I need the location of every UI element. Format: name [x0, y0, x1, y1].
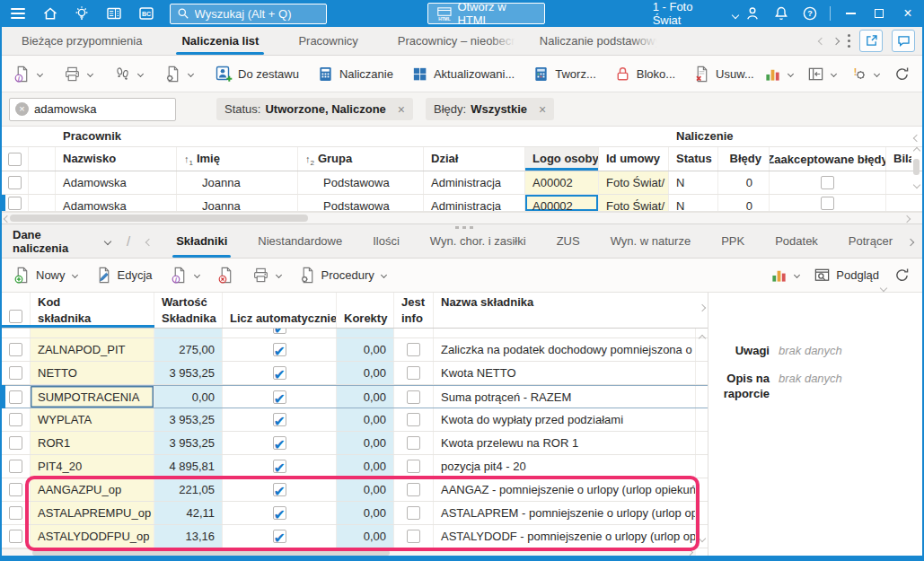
- row-checkbox[interactable]: [9, 483, 22, 496]
- row-checkbox[interactable]: [9, 460, 22, 473]
- select-all-checkbox[interactable]: [8, 153, 22, 166]
- history-button[interactable]: [110, 61, 147, 86]
- jest-info-checkbox[interactable]: [407, 343, 420, 356]
- detail-tab[interactable]: Ilości: [357, 224, 415, 258]
- jest-info-checkbox[interactable]: [407, 390, 420, 404]
- col-bilans[interactable]: Bila: [886, 147, 911, 171]
- usun-pozycje-button[interactable]: [213, 263, 239, 288]
- podglad-button[interactable]: Podgląd: [809, 263, 884, 288]
- employees-hscrollbar[interactable]: [2, 212, 922, 224]
- close-button[interactable]: ×: [893, 0, 922, 27]
- components-vscrollbar[interactable]: [696, 329, 708, 548]
- component-row[interactable]: PIT4_20 4 895,81 0,00 pozycja pit4 - 20: [2, 455, 708, 478]
- workspace-tab[interactable]: Naliczenia list: [162, 27, 278, 55]
- col-dzial[interactable]: Dział: [424, 147, 525, 171]
- refresh2-button[interactable]: [889, 263, 915, 288]
- tabs-scroll-left-icon[interactable]: [818, 37, 825, 44]
- jest-info-checkbox[interactable]: [407, 436, 420, 450]
- dane-naliczenia-menu[interactable]: Dane naliczenia: [2, 224, 119, 258]
- open-in-html-button[interactable]: HTML Otwórz w HTML: [427, 3, 545, 24]
- naliczanie-button[interactable]: Naliczanie: [312, 61, 398, 86]
- chart2-button[interactable]: [766, 263, 804, 288]
- licz-automatycznie-checkbox[interactable]: [273, 390, 286, 404]
- col-status[interactable]: Status: [669, 147, 718, 171]
- col-imie[interactable]: ↑1Imię: [177, 147, 298, 171]
- vscroll-thumb[interactable]: [913, 159, 920, 175]
- workspace-tab[interactable]: Pracownicy – nieobecności (urlopy, zas: [378, 27, 520, 55]
- nowy-button[interactable]: Nowy: [9, 263, 82, 288]
- uwagi-value[interactable]: brak danych: [779, 343, 842, 358]
- component-row[interactable]: AANGAZPU_op 221,05 0,00 AANGAZ - pomniej…: [2, 478, 708, 502]
- licz-automatycznie-checkbox[interactable]: [273, 436, 286, 450]
- row-checkbox[interactable]: [9, 436, 22, 450]
- user-button[interactable]: [738, 0, 767, 27]
- component-row[interactable]: ASTALYDODFPU_op 13,16 0,00 ASTALYDODF - …: [2, 525, 708, 548]
- col-kod-skladnika[interactable]: Kodskładnika: [31, 293, 154, 328]
- menu-button[interactable]: [2, 0, 34, 27]
- detail-tab[interactable]: Wyn. chor. i zasiłki: [415, 224, 541, 258]
- collapse-detail-icon[interactable]: [880, 285, 887, 292]
- list-search-input[interactable]: [34, 102, 160, 116]
- collapse-panel-icon[interactable]: [912, 135, 920, 142]
- help-button[interactable]: ?: [796, 0, 824, 27]
- edycja-button[interactable]: Edycja: [91, 263, 157, 288]
- row-checkbox[interactable]: [9, 530, 22, 543]
- minimize-button[interactable]: [836, 0, 865, 27]
- tworzenie-button[interactable]: Tworz...: [528, 61, 601, 86]
- component-row[interactable]: NETTO 3 953,25 0,00 Kwota NETTO: [2, 362, 708, 385]
- col-korekty[interactable]: Korekty: [337, 293, 394, 328]
- jest-info-checkbox[interactable]: [407, 413, 420, 426]
- ideas-button[interactable]: [66, 0, 98, 27]
- tabs-more-icon[interactable]: [848, 34, 850, 48]
- news-button[interactable]: [98, 0, 130, 27]
- component-row-partial[interactable]: [2, 329, 708, 338]
- refresh-button[interactable]: [889, 61, 915, 86]
- opis-value[interactable]: brak danych: [779, 371, 842, 401]
- info-button[interactable]: i: [166, 263, 204, 288]
- clear-search-icon[interactable]: ×: [15, 102, 29, 116]
- col-logo-osoby[interactable]: Logo osoby: [525, 147, 599, 171]
- employee-row[interactable]: Adamowska Joanna Podstawowa Administracj…: [2, 195, 922, 212]
- col-nazwa-skladnika[interactable]: Nazwa składnika: [434, 293, 696, 328]
- select-all-checkbox[interactable]: [9, 310, 22, 323]
- detail-tab[interactable]: PPK: [706, 224, 760, 258]
- components-hscrollbar[interactable]: [2, 548, 696, 556]
- zaakceptowane-checkbox[interactable]: [821, 176, 834, 189]
- col-wartosc-skladnika[interactable]: WartośćSkładnika: [154, 293, 223, 328]
- jest-info-checkbox[interactable]: [407, 483, 420, 496]
- row-checkbox[interactable]: [9, 506, 22, 520]
- row-checkbox[interactable]: [9, 413, 22, 426]
- col-jest-info[interactable]: Jestinfo: [394, 293, 434, 328]
- col-grupa[interactable]: ↑2Grupa: [298, 147, 424, 171]
- component-row[interactable]: ASTALAPREMPU_op 42,11 0,00 ASTALAPREM - …: [2, 502, 708, 525]
- col-nazwisko[interactable]: Nazwisko: [56, 147, 177, 171]
- chart-button[interactable]: [760, 61, 797, 86]
- settings-alert-button[interactable]: !: [846, 61, 884, 86]
- component-row[interactable]: WYPLATA 3 953,25 0,00 Kwota do wypłaty p…: [2, 408, 708, 432]
- licz-automatycznie-checkbox[interactable]: [273, 530, 286, 543]
- detail-tab[interactable]: ZUS: [541, 224, 595, 258]
- remove-filter-icon[interactable]: ×: [398, 102, 405, 117]
- col-id-umowy[interactable]: Id umowy: [599, 147, 669, 171]
- print2-button[interactable]: [248, 263, 286, 288]
- row-checkbox[interactable]: [9, 343, 22, 356]
- employees-vscrollbar[interactable]: [911, 127, 922, 212]
- hscroll-thumb[interactable]: [10, 215, 308, 222]
- company-selector[interactable]: 1 - Foto Świat: [653, 0, 720, 27]
- jest-info-checkbox[interactable]: [407, 506, 420, 520]
- jest-info-checkbox[interactable]: [407, 530, 420, 543]
- workspace-tab[interactable]: Naliczanie podstawowych list pł: [520, 27, 662, 55]
- detail-tab[interactable]: Potrącer: [833, 224, 908, 258]
- notifications-button[interactable]: [767, 0, 796, 27]
- filter-chip-status[interactable]: Status: Utworzone, Naliczone ×: [216, 98, 413, 120]
- jest-info-checkbox[interactable]: [407, 460, 420, 473]
- detail-tab[interactable]: Składniki: [161, 224, 242, 258]
- workspace-tab[interactable]: Pracownicy: [278, 27, 377, 55]
- row-checkbox[interactable]: [8, 197, 22, 210]
- col-licz-automatycznie[interactable]: Licz automatycznie: [223, 293, 337, 328]
- blokowanie-button[interactable]: Bloko...: [610, 61, 680, 86]
- component-row[interactable]: ZALNAPOD_PIT 275,00 0,00 Zaliczka na pod…: [2, 338, 708, 362]
- row-checkbox[interactable]: [8, 176, 22, 189]
- licz-automatycznie-checkbox[interactable]: [273, 506, 286, 520]
- share-button[interactable]: [859, 30, 883, 52]
